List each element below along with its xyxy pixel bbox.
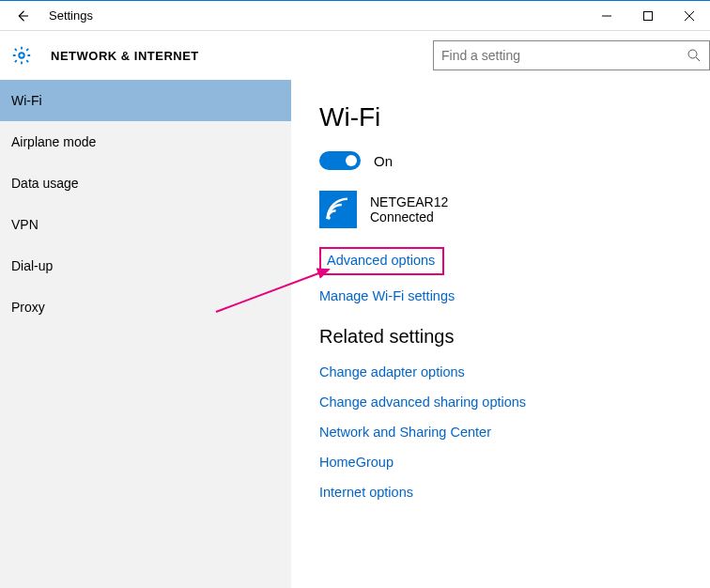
svg-point-1 <box>19 53 24 58</box>
search-icon <box>687 48 702 63</box>
header: NETWORK & INTERNET <box>0 31 710 80</box>
arrow-left-icon <box>14 8 31 24</box>
wifi-toggle-row: On <box>319 151 710 170</box>
window-title: Settings <box>49 8 93 23</box>
related-link[interactable]: HomeGroup <box>319 455 710 470</box>
svg-point-2 <box>688 50 697 58</box>
svg-point-3 <box>327 216 331 220</box>
connected-network[interactable]: NETGEAR12 Connected <box>319 191 710 228</box>
sidebar-item-label: Data usage <box>11 176 79 191</box>
window-controls <box>586 1 710 31</box>
titlebar: Settings <box>0 1 710 31</box>
maximize-button[interactable] <box>627 1 669 31</box>
sidebar: Wi-Fi Airplane mode Data usage VPN Dial-… <box>0 80 291 588</box>
related-link[interactable]: Change advanced sharing options <box>319 395 710 410</box>
wifi-toggle[interactable] <box>319 151 361 170</box>
sidebar-item-label: VPN <box>11 217 39 232</box>
search-input[interactable] <box>441 48 687 63</box>
sidebar-item-label: Proxy <box>11 300 45 315</box>
close-icon <box>684 10 695 22</box>
network-ssid: NETGEAR12 <box>370 194 448 209</box>
network-text: NETGEAR12 Connected <box>370 194 448 224</box>
advanced-options-link[interactable]: Advanced options <box>327 253 435 268</box>
maximize-icon <box>642 10 654 22</box>
wifi-icon <box>319 191 357 228</box>
related-link[interactable]: Internet options <box>319 485 710 500</box>
header-label: NETWORK & INTERNET <box>51 49 199 63</box>
sidebar-item-label: Wi-Fi <box>11 93 42 108</box>
advanced-options-highlight: Advanced options <box>319 247 444 275</box>
related-link[interactable]: Change adapter options <box>319 364 710 379</box>
related-link[interactable]: Network and Sharing Center <box>319 425 710 440</box>
wifi-toggle-label: On <box>374 153 393 169</box>
manage-wifi-link[interactable]: Manage Wi-Fi settings <box>319 288 710 303</box>
sidebar-item-airplane[interactable]: Airplane mode <box>0 121 291 162</box>
minimize-button[interactable] <box>586 1 627 31</box>
back-button[interactable] <box>0 1 45 31</box>
minimize-icon <box>601 10 612 22</box>
svg-rect-0 <box>644 11 653 20</box>
page-title: Wi-Fi <box>319 102 710 132</box>
related-heading: Related settings <box>319 326 710 348</box>
sidebar-item-proxy[interactable]: Proxy <box>0 286 291 328</box>
network-status: Connected <box>370 209 448 224</box>
sidebar-item-label: Dial-up <box>11 258 53 273</box>
search-box[interactable] <box>433 40 710 70</box>
gear-icon <box>11 45 32 66</box>
sidebar-item-dial-up[interactable]: Dial-up <box>0 245 291 286</box>
sidebar-item-wifi[interactable]: Wi-Fi <box>0 80 291 121</box>
sidebar-item-label: Airplane mode <box>11 134 96 149</box>
sidebar-item-data-usage[interactable]: Data usage <box>0 162 291 204</box>
sidebar-item-vpn[interactable]: VPN <box>0 204 291 245</box>
close-button[interactable] <box>669 1 710 31</box>
content-pane: Wi-Fi On NETGEAR12 Connected Advanced op… <box>291 80 710 588</box>
